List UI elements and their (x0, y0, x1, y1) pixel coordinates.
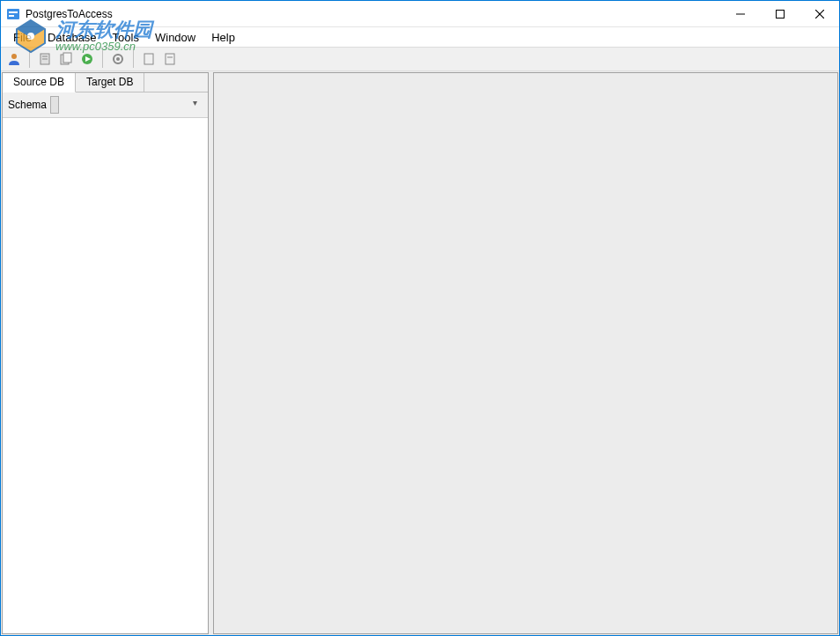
left-panel: Source DB Target DB Schema (2, 72, 209, 634)
tab-source-db[interactable]: Source DB (3, 73, 76, 92)
schema-label: Schema (8, 99, 47, 111)
toolbar-user-icon[interactable] (4, 49, 24, 69)
toolbar-setting-icon[interactable] (108, 49, 128, 69)
svg-rect-1 (7, 9, 19, 19)
content-panel (213, 72, 838, 634)
toolbar-separator (29, 50, 30, 68)
toolbar-page2-icon[interactable] (160, 49, 180, 69)
schema-tree[interactable] (3, 118, 208, 633)
svg-point-16 (116, 57, 120, 61)
main-area: Source DB Target DB Schema (1, 71, 839, 635)
close-button[interactable] (799, 1, 839, 26)
svg-point-8 (11, 54, 17, 59)
titlebar: PostgresToAccess (1, 1, 839, 27)
toolbar-run-icon[interactable] (77, 49, 97, 69)
schema-select[interactable] (50, 96, 59, 114)
menu-help[interactable]: Help (204, 29, 244, 46)
toolbar-separator (102, 50, 103, 68)
menu-window[interactable]: Window (148, 29, 204, 46)
schema-row: Schema (3, 92, 208, 118)
db-tabs: Source DB Target DB (3, 73, 208, 92)
svg-rect-2 (9, 11, 18, 13)
menu-database[interactable]: Database (41, 29, 106, 46)
svg-rect-18 (166, 54, 174, 64)
maximize-button[interactable] (760, 1, 799, 26)
toolbar-doc2-icon[interactable] (56, 49, 76, 69)
menu-file[interactable]: File (6, 29, 41, 46)
menubar: File Database Tools Window Help (1, 27, 839, 47)
window-title: PostgresToAccess (26, 8, 720, 20)
minimize-button[interactable] (720, 1, 760, 26)
tab-target-db[interactable]: Target DB (76, 73, 144, 92)
toolbar (1, 47, 839, 71)
svg-rect-13 (63, 53, 71, 63)
menu-tools[interactable]: Tools (106, 29, 148, 46)
toolbar-page-icon[interactable] (139, 49, 158, 69)
svg-rect-3 (9, 15, 14, 17)
toolbar-doc-icon[interactable] (35, 49, 55, 69)
svg-rect-5 (776, 10, 784, 18)
toolbar-separator (133, 50, 134, 68)
svg-rect-17 (144, 54, 153, 64)
app-icon (6, 7, 20, 21)
